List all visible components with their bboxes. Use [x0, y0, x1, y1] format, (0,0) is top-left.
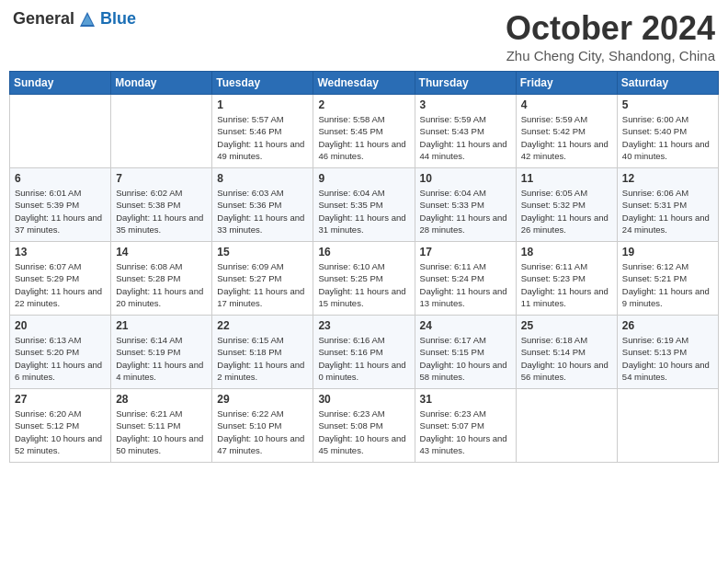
day-info: Sunrise: 6:10 AM Sunset: 5:25 PM Dayligh… [318, 260, 409, 309]
day-number: 10 [420, 172, 511, 185]
day-number: 22 [217, 319, 308, 332]
calendar-cell: 12Sunrise: 6:06 AM Sunset: 5:31 PM Dayli… [617, 168, 718, 242]
day-number: 20 [15, 319, 106, 332]
day-number: 18 [521, 246, 612, 259]
day-info: Sunrise: 5:58 AM Sunset: 5:45 PM Dayligh… [318, 113, 409, 162]
day-info: Sunrise: 6:12 AM Sunset: 5:21 PM Dayligh… [622, 260, 713, 309]
day-number: 11 [521, 172, 612, 185]
weekday-header-sunday: Sunday [10, 72, 111, 95]
day-info: Sunrise: 6:21 AM Sunset: 5:11 PM Dayligh… [116, 408, 207, 456]
calendar-cell: 18Sunrise: 6:11 AM Sunset: 5:23 PM Dayli… [516, 242, 617, 316]
calendar-cell: 24Sunrise: 6:17 AM Sunset: 5:15 PM Dayli… [415, 316, 516, 389]
day-info: Sunrise: 5:59 AM Sunset: 5:43 PM Dayligh… [420, 113, 511, 162]
day-number: 31 [420, 393, 511, 406]
logo: General Blue [13, 9, 136, 29]
day-number: 5 [622, 98, 713, 111]
day-info: Sunrise: 6:08 AM Sunset: 5:28 PM Dayligh… [116, 260, 207, 309]
day-number: 23 [318, 319, 409, 332]
calendar-cell: 19Sunrise: 6:12 AM Sunset: 5:21 PM Dayli… [617, 242, 718, 316]
day-info: Sunrise: 6:14 AM Sunset: 5:19 PM Dayligh… [116, 334, 207, 383]
day-info: Sunrise: 6:04 AM Sunset: 5:33 PM Dayligh… [420, 187, 511, 236]
day-info: Sunrise: 6:22 AM Sunset: 5:10 PM Dayligh… [217, 408, 308, 456]
weekday-header-saturday: Saturday [617, 72, 718, 95]
day-info: Sunrise: 6:00 AM Sunset: 5:40 PM Dayligh… [622, 113, 713, 162]
day-number: 8 [217, 172, 308, 185]
calendar-cell: 4Sunrise: 5:59 AM Sunset: 5:42 PM Daylig… [516, 95, 617, 168]
day-info: Sunrise: 6:16 AM Sunset: 5:16 PM Dayligh… [318, 334, 409, 383]
day-info: Sunrise: 5:59 AM Sunset: 5:42 PM Dayligh… [521, 113, 612, 162]
calendar-cell: 6Sunrise: 6:01 AM Sunset: 5:39 PM Daylig… [10, 168, 111, 242]
location-title: Zhu Cheng City, Shandong, China [506, 48, 715, 63]
day-info: Sunrise: 6:18 AM Sunset: 5:14 PM Dayligh… [521, 334, 612, 383]
day-number: 28 [116, 393, 207, 406]
page-header: General Blue October 2024 Zhu Cheng City… [9, 9, 719, 63]
day-info: Sunrise: 6:20 AM Sunset: 5:12 PM Dayligh… [15, 408, 106, 456]
calendar-cell: 31Sunrise: 6:23 AM Sunset: 5:07 PM Dayli… [415, 389, 516, 463]
calendar-body: 1Sunrise: 5:57 AM Sunset: 5:46 PM Daylig… [10, 95, 719, 463]
calendar-week-1: 1Sunrise: 5:57 AM Sunset: 5:46 PM Daylig… [10, 95, 719, 168]
weekday-header-wednesday: Wednesday [313, 72, 415, 95]
day-info: Sunrise: 6:05 AM Sunset: 5:32 PM Dayligh… [521, 187, 612, 236]
calendar-cell: 8Sunrise: 6:03 AM Sunset: 5:36 PM Daylig… [212, 168, 313, 242]
day-number: 1 [217, 98, 308, 111]
day-number: 13 [15, 246, 106, 259]
calendar-cell: 25Sunrise: 6:18 AM Sunset: 5:14 PM Dayli… [516, 316, 617, 389]
calendar-cell: 30Sunrise: 6:23 AM Sunset: 5:08 PM Dayli… [313, 389, 415, 463]
day-number: 30 [318, 393, 409, 406]
day-number: 4 [521, 98, 612, 111]
logo-blue: Blue [100, 9, 136, 29]
day-info: Sunrise: 6:11 AM Sunset: 5:24 PM Dayligh… [420, 260, 511, 309]
day-info: Sunrise: 6:06 AM Sunset: 5:31 PM Dayligh… [622, 187, 713, 236]
day-number: 2 [318, 98, 409, 111]
calendar-week-2: 6Sunrise: 6:01 AM Sunset: 5:39 PM Daylig… [10, 168, 719, 242]
weekday-header-tuesday: Tuesday [212, 72, 313, 95]
day-number: 21 [116, 319, 207, 332]
day-number: 15 [217, 246, 308, 259]
day-info: Sunrise: 5:57 AM Sunset: 5:46 PM Dayligh… [217, 113, 308, 162]
calendar-cell: 15Sunrise: 6:09 AM Sunset: 5:27 PM Dayli… [212, 242, 313, 316]
day-info: Sunrise: 6:19 AM Sunset: 5:13 PM Dayligh… [622, 334, 713, 383]
day-info: Sunrise: 6:17 AM Sunset: 5:15 PM Dayligh… [420, 334, 511, 383]
calendar-week-4: 20Sunrise: 6:13 AM Sunset: 5:20 PM Dayli… [10, 316, 719, 389]
calendar-cell [10, 95, 111, 168]
day-number: 14 [116, 246, 207, 259]
day-number: 17 [420, 246, 511, 259]
calendar-cell: 17Sunrise: 6:11 AM Sunset: 5:24 PM Dayli… [415, 242, 516, 316]
day-info: Sunrise: 6:11 AM Sunset: 5:23 PM Dayligh… [521, 260, 612, 309]
calendar-cell: 13Sunrise: 6:07 AM Sunset: 5:29 PM Dayli… [10, 242, 111, 316]
day-info: Sunrise: 6:04 AM Sunset: 5:35 PM Dayligh… [318, 187, 409, 236]
day-number: 27 [15, 393, 106, 406]
day-number: 12 [622, 172, 713, 185]
day-info: Sunrise: 6:03 AM Sunset: 5:36 PM Dayligh… [217, 187, 308, 236]
calendar-header: SundayMondayTuesdayWednesdayThursdayFrid… [10, 72, 719, 95]
day-number: 6 [15, 172, 106, 185]
weekday-header-thursday: Thursday [415, 72, 516, 95]
day-info: Sunrise: 6:13 AM Sunset: 5:20 PM Dayligh… [15, 334, 106, 383]
day-info: Sunrise: 6:07 AM Sunset: 5:29 PM Dayligh… [15, 260, 106, 309]
day-number: 9 [318, 172, 409, 185]
calendar-cell: 14Sunrise: 6:08 AM Sunset: 5:28 PM Dayli… [111, 242, 212, 316]
day-info: Sunrise: 6:09 AM Sunset: 5:27 PM Dayligh… [217, 260, 308, 309]
weekday-header-row: SundayMondayTuesdayWednesdayThursdayFrid… [10, 72, 719, 95]
calendar-cell [617, 389, 718, 463]
calendar-cell: 10Sunrise: 6:04 AM Sunset: 5:33 PM Dayli… [415, 168, 516, 242]
calendar-cell: 3Sunrise: 5:59 AM Sunset: 5:43 PM Daylig… [415, 95, 516, 168]
calendar-cell [516, 389, 617, 463]
calendar-cell: 26Sunrise: 6:19 AM Sunset: 5:13 PM Dayli… [617, 316, 718, 389]
calendar-cell: 7Sunrise: 6:02 AM Sunset: 5:38 PM Daylig… [111, 168, 212, 242]
month-title: October 2024 [506, 9, 715, 48]
day-info: Sunrise: 6:23 AM Sunset: 5:07 PM Dayligh… [420, 408, 511, 456]
calendar-cell: 16Sunrise: 6:10 AM Sunset: 5:25 PM Dayli… [313, 242, 415, 316]
day-info: Sunrise: 6:01 AM Sunset: 5:39 PM Dayligh… [15, 187, 106, 236]
logo-icon [78, 10, 97, 29]
calendar-cell: 5Sunrise: 6:00 AM Sunset: 5:40 PM Daylig… [617, 95, 718, 168]
calendar-week-5: 27Sunrise: 6:20 AM Sunset: 5:12 PM Dayli… [10, 389, 719, 463]
day-number: 25 [521, 319, 612, 332]
weekday-header-friday: Friday [516, 72, 617, 95]
calendar-cell: 9Sunrise: 6:04 AM Sunset: 5:35 PM Daylig… [313, 168, 415, 242]
day-number: 26 [622, 319, 713, 332]
calendar-cell: 20Sunrise: 6:13 AM Sunset: 5:20 PM Dayli… [10, 316, 111, 389]
calendar-cell: 21Sunrise: 6:14 AM Sunset: 5:19 PM Dayli… [111, 316, 212, 389]
calendar-week-3: 13Sunrise: 6:07 AM Sunset: 5:29 PM Dayli… [10, 242, 719, 316]
calendar-cell: 29Sunrise: 6:22 AM Sunset: 5:10 PM Dayli… [212, 389, 313, 463]
